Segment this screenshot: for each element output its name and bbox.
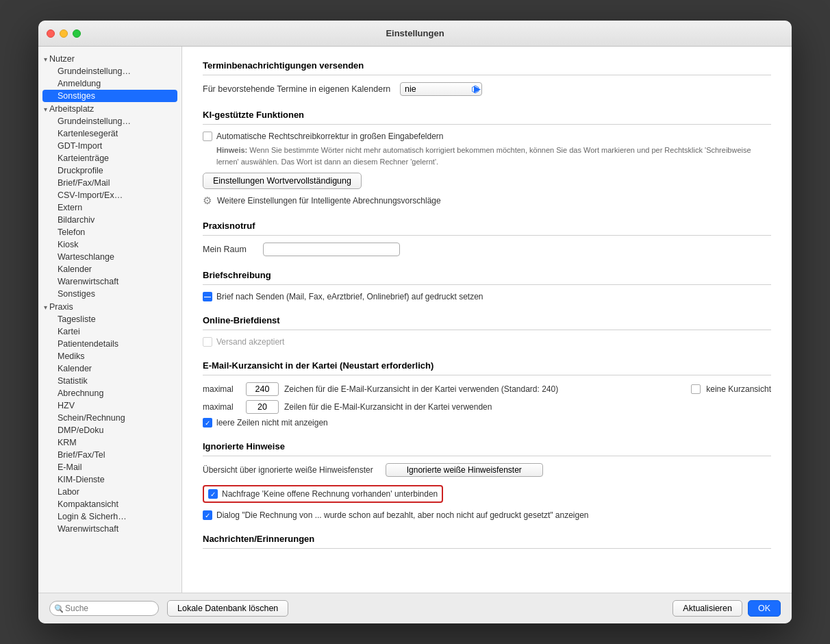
section-title-nachrichten: Nachrichten/Erinnerungen bbox=[203, 534, 771, 549]
sidebar-item-kalender-ap[interactable]: Kalender bbox=[38, 263, 181, 275]
zeichen-label: Zeichen für die E-Mail-Kurzansicht in de… bbox=[284, 384, 558, 394]
window-title: Einstellungen bbox=[386, 28, 444, 38]
settings-window: Einstellungen ▾ Nutzer Grundeinstellung…… bbox=[38, 21, 792, 623]
leere-zeilen-checkbox[interactable]: ✓ bbox=[203, 418, 212, 428]
ki-checkbox[interactable] bbox=[203, 132, 212, 141]
sidebar-item-patientendetails[interactable]: Patientendetails bbox=[38, 338, 181, 350]
sidebar-item-schein-rechnung[interactable]: Schein/Rechnung bbox=[38, 412, 181, 424]
online-briefdienst-row: Versand akzeptiert bbox=[203, 337, 771, 347]
zeilen-label: Zeilen für die E-Mail-Kurzansicht in der… bbox=[284, 402, 492, 412]
arrow-icon-3: ▾ bbox=[44, 304, 47, 311]
ki-hint: Hinweis: Wenn Sie bestimmte Wörter nicht… bbox=[216, 145, 771, 167]
sidebar-item-sonstiges-ap[interactable]: Sonstiges bbox=[38, 288, 181, 300]
sidebar-item-extern[interactable]: Extern bbox=[38, 201, 181, 214]
sidebar-item-warenwirtschaft-praxis[interactable]: Warenwirtschaft bbox=[38, 523, 181, 535]
delete-db-button[interactable]: Lokale Datenbank löschen bbox=[167, 600, 288, 617]
search-wrapper: 🔍 bbox=[49, 601, 159, 616]
section-nachrichten: Nachrichten/Erinnerungen bbox=[203, 534, 771, 549]
wortvervollstaendigung-button[interactable]: Einstellungen Wortvervollständigung bbox=[203, 173, 362, 189]
settings-content: Terminbenachrichtigungen versenden Für b… bbox=[182, 47, 792, 593]
sidebar-item-kartei[interactable]: Kartei bbox=[38, 325, 181, 338]
sidebar-item-login-sicherh[interactable]: Login & Sicherh… bbox=[38, 510, 181, 523]
nachfrage-label: Nachfrage 'Keine offene Rechnung vorhand… bbox=[222, 489, 438, 499]
sidebar-item-brief-fax-tel[interactable]: Brief/Fax/Tel bbox=[38, 449, 181, 461]
maximize-button[interactable] bbox=[73, 29, 81, 38]
footer-right: Aktualisieren OK bbox=[672, 600, 781, 617]
sidebar-item-kartenlesegeraet[interactable]: Kartenlesegerät bbox=[38, 127, 181, 140]
briefschreibung-label: Brief nach Senden (Mail, Fax, eArztbrief… bbox=[216, 292, 483, 301]
sidebar-item-karteieintraege[interactable]: Karteienträge bbox=[38, 152, 181, 164]
section-title-email-kurzansicht: E-Mail-Kurzansicht in der Kartei (Neusta… bbox=[203, 360, 771, 375]
termin-select-wrapper: nie täglich wöchentlich ▶ bbox=[400, 82, 482, 96]
dialog-row: ✓ Dialog "Die Rechnung von ... wurde sch… bbox=[203, 510, 771, 520]
sidebar-item-tagesliste[interactable]: Tagesliste bbox=[38, 313, 181, 325]
sidebar-item-krm[interactable]: KRM bbox=[38, 436, 181, 449]
sidebar-item-statistik[interactable]: Statistik bbox=[38, 375, 181, 387]
update-button[interactable]: Aktualisieren bbox=[672, 600, 742, 617]
sidebar-group-nutzer: ▾ Nutzer bbox=[38, 52, 181, 65]
sidebar-item-dmp-edoku[interactable]: DMP/eDoku bbox=[38, 424, 181, 436]
sidebar-item-druckprofile[interactable]: Druckprofile bbox=[38, 164, 181, 177]
section-online-briefdienst: Online-Briefdienst Versand akzeptiert bbox=[203, 315, 771, 347]
sidebar-item-kim-dienste[interactable]: KIM-Dienste bbox=[38, 473, 181, 486]
sidebar-item-abrechnung[interactable]: Abrechnung bbox=[38, 387, 181, 399]
gear-icon: ⚙ bbox=[203, 195, 212, 207]
keine-kurzansicht-label: keine Kurzansicht bbox=[706, 384, 771, 394]
termin-dropdown[interactable]: nie täglich wöchentlich bbox=[400, 82, 482, 96]
close-button[interactable] bbox=[47, 29, 55, 38]
section-ki: KI-gestützte Funktionen Automatische Rec… bbox=[203, 110, 771, 207]
hint-bold: Hinweis: bbox=[216, 146, 249, 154]
weitere-einstellungen-label: Weitere Einstellungen für Intelligente A… bbox=[217, 196, 441, 206]
sidebar-group-label-3: Praxis bbox=[49, 302, 73, 312]
nachfrage-checkbox[interactable]: ✓ bbox=[208, 489, 218, 499]
sidebar-item-sonstiges-nutzer[interactable]: Sonstiges bbox=[42, 90, 177, 102]
praxisnotruf-input[interactable] bbox=[263, 243, 400, 256]
email-kurzansicht-row1: maximal Zeichen für die E-Mail-Kurzansic… bbox=[203, 382, 771, 396]
sidebar-group-arbeitsplatz: ▾ Arbeitsplatz bbox=[38, 102, 181, 115]
uebersicht-label: Übersicht über ignorierte weiße Hinweisf… bbox=[203, 465, 373, 475]
sidebar-item-kalender-praxis[interactable]: Kalender bbox=[38, 362, 181, 375]
versand-checkbox[interactable] bbox=[203, 337, 212, 347]
sidebar-item-mediks[interactable]: Mediks bbox=[38, 350, 181, 362]
search-icon: 🔍 bbox=[54, 604, 64, 613]
section-ignorierte-hinweise: Ignorierte Hinweise Übersicht über ignor… bbox=[203, 441, 771, 520]
weitere-einstellungen-row: ⚙ Weitere Einstellungen für Intelligente… bbox=[203, 195, 771, 207]
keine-kurzansicht-checkbox[interactable] bbox=[691, 384, 701, 394]
sidebar-item-kiosk[interactable]: Kiosk bbox=[38, 238, 181, 251]
traffic-lights bbox=[47, 29, 81, 38]
zeichen-input[interactable] bbox=[246, 382, 279, 396]
ok-button[interactable]: OK bbox=[748, 600, 781, 617]
sidebar-item-anmeldung[interactable]: Anmeldung bbox=[38, 77, 181, 90]
ignorierte-btn[interactable]: Ignorierte weiße Hinweisfenster bbox=[386, 463, 543, 477]
section-title-ki: KI-gestützte Funktionen bbox=[203, 110, 771, 125]
leere-zeilen-label: leere Zeilen nicht mit anzeigen bbox=[216, 418, 328, 428]
dialog-checkbox[interactable]: ✓ bbox=[203, 510, 212, 520]
search-input[interactable] bbox=[49, 601, 159, 616]
sidebar-item-grundeinstellung-ap[interactable]: Grundeinstellung… bbox=[38, 115, 181, 127]
sidebar-item-warteschlange[interactable]: Warteschlange bbox=[38, 251, 181, 263]
sidebar-item-hzv[interactable]: HZV bbox=[38, 399, 181, 412]
email-kurzansicht-row2: maximal Zeilen für die E-Mail-Kurzansich… bbox=[203, 400, 771, 414]
sidebar-item-gdt-import[interactable]: GDT-Import bbox=[38, 140, 181, 152]
sidebar-item-warenwirtschaft-ap[interactable]: Warenwirtschaft bbox=[38, 275, 181, 288]
sidebar-item-grundeinstellung-nutzer[interactable]: Grundeinstellung… bbox=[38, 65, 181, 77]
sidebar-item-bildarchiv[interactable]: Bildarchiv bbox=[38, 214, 181, 226]
praxisnotruf-label: Mein Raum bbox=[203, 245, 257, 254]
sidebar: ▾ Nutzer Grundeinstellung… Anmeldung Son… bbox=[38, 47, 182, 593]
sidebar-item-telefon[interactable]: Telefon bbox=[38, 226, 181, 238]
arrow-icon: ▾ bbox=[44, 55, 47, 63]
section-briefschreibung: Briefschreibung — Brief nach Senden (Mai… bbox=[203, 270, 771, 301]
ki-checkbox-label: Automatische Rechtschreibkorrektur in gr… bbox=[216, 132, 444, 141]
minimize-button[interactable] bbox=[60, 29, 68, 38]
sidebar-item-email[interactable]: E-Mail bbox=[38, 461, 181, 473]
sidebar-item-brief-fax-mail[interactable]: Brief/Fax/Mail bbox=[38, 177, 181, 189]
zeilen-input[interactable] bbox=[246, 400, 279, 414]
sidebar-item-kompaktansicht[interactable]: Kompaktansicht bbox=[38, 498, 181, 510]
ignorierte-hinweise-row: Übersicht über ignorierte weiße Hinweisf… bbox=[203, 463, 771, 477]
sidebar-group-label: Nutzer bbox=[49, 54, 75, 64]
sidebar-item-labor[interactable]: Labor bbox=[38, 486, 181, 498]
versand-label: Versand akzeptiert bbox=[216, 337, 284, 347]
sidebar-item-csv-import[interactable]: CSV-Import/Ex… bbox=[38, 189, 181, 201]
briefschreibung-checkbox[interactable]: — bbox=[203, 292, 212, 301]
ki-checkbox-row: Automatische Rechtschreibkorrektur in gr… bbox=[203, 132, 771, 141]
